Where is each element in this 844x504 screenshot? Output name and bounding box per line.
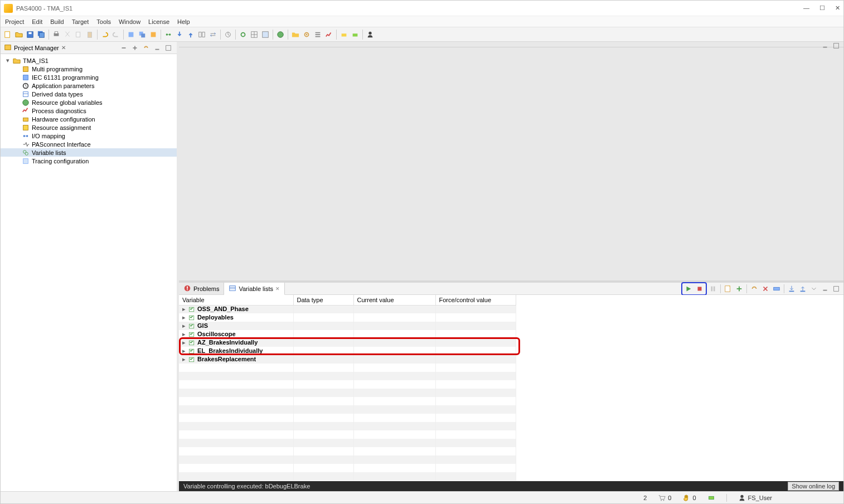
play-icon[interactable] bbox=[683, 284, 693, 294]
tree-item[interactable]: PASconnect Interface bbox=[1, 140, 177, 148]
table-row[interactable]: ▸ BrakesReplacement bbox=[179, 355, 516, 364]
build-all-icon[interactable] bbox=[137, 30, 147, 40]
copy-icon[interactable] bbox=[74, 30, 84, 40]
col-current[interactable]: Current value bbox=[353, 295, 435, 305]
new-list-icon[interactable] bbox=[723, 284, 733, 294]
view-close-icon[interactable]: ✕ bbox=[61, 45, 66, 51]
tree-item[interactable]: Tracing configuration bbox=[1, 157, 177, 165]
chart-icon[interactable] bbox=[324, 30, 334, 40]
editor-minimize-icon[interactable] bbox=[820, 41, 830, 51]
expand-all-icon[interactable] bbox=[130, 43, 140, 53]
close-button[interactable]: ✕ bbox=[835, 4, 840, 12]
stop-icon[interactable] bbox=[695, 284, 705, 294]
toggle-icon[interactable] bbox=[772, 284, 782, 294]
table-row[interactable]: ▸ Oscilloscope bbox=[179, 330, 516, 338]
grid1-icon[interactable] bbox=[249, 30, 259, 40]
upload-icon[interactable] bbox=[186, 30, 196, 40]
tree-item[interactable]: IEC 61131 programming bbox=[1, 73, 177, 81]
tree-item[interactable]: Derived data types bbox=[1, 90, 177, 98]
expand-icon[interactable]: ▸ bbox=[181, 306, 187, 313]
tab-problems[interactable]: Problems bbox=[179, 283, 224, 294]
download-icon[interactable] bbox=[174, 30, 185, 40]
expand-icon[interactable]: ▸ bbox=[181, 356, 187, 363]
diag2-icon[interactable] bbox=[350, 30, 360, 40]
tree-item[interactable]: Process diagnostics bbox=[1, 106, 177, 115]
expand-icon[interactable]: ▸ bbox=[181, 322, 187, 329]
tree-root[interactable]: ▾ TMA_IS1 bbox=[1, 56, 177, 65]
table-row[interactable]: ▸ EL_BrakesIndividually bbox=[179, 347, 516, 355]
link-icon[interactable] bbox=[141, 43, 151, 53]
save-icon[interactable] bbox=[25, 30, 35, 40]
redo-icon[interactable] bbox=[111, 30, 121, 40]
tab-close-icon[interactable]: ✕ bbox=[275, 286, 280, 292]
expand-icon[interactable]: ▸ bbox=[181, 347, 187, 355]
table-row[interactable]: ▸ GIS bbox=[179, 322, 516, 330]
user-icon[interactable] bbox=[365, 30, 375, 40]
table-row[interactable]: ▸ AZ_BrakesInvidually bbox=[179, 338, 516, 347]
menu-target[interactable]: Target bbox=[72, 18, 89, 25]
globe-icon[interactable] bbox=[275, 30, 285, 40]
menu-help[interactable]: Help bbox=[177, 18, 190, 25]
compare-icon[interactable] bbox=[197, 30, 207, 40]
tree-item[interactable]: Application parameters bbox=[1, 81, 177, 90]
menu-license[interactable]: License bbox=[148, 18, 169, 25]
undo-icon[interactable] bbox=[100, 30, 110, 40]
menu-build[interactable]: Build bbox=[50, 18, 64, 25]
table-row[interactable]: ▸ OSS_AND_Phase bbox=[179, 305, 516, 313]
expand-icon[interactable]: ▸ bbox=[181, 331, 187, 338]
maximize-button[interactable]: ☐ bbox=[819, 4, 825, 12]
diag1-icon[interactable] bbox=[339, 30, 349, 40]
tree-item[interactable]: Hardware configuration bbox=[1, 115, 177, 123]
print-icon[interactable] bbox=[51, 30, 61, 40]
refresh-icon[interactable] bbox=[238, 30, 248, 40]
tree-item[interactable]: Resource assignment bbox=[1, 123, 177, 132]
svg-rect-62 bbox=[190, 316, 194, 320]
tree-item[interactable]: I/O mapping bbox=[1, 132, 177, 140]
tree-item[interactable]: Multi programming bbox=[1, 65, 177, 73]
transfer-icon[interactable] bbox=[208, 30, 218, 40]
menu-project[interactable]: Project bbox=[5, 18, 24, 25]
rebuild-icon[interactable] bbox=[148, 30, 158, 40]
col-datatype[interactable]: Data type bbox=[293, 295, 353, 305]
tree-item[interactable]: Resource global variables bbox=[1, 98, 177, 106]
export-icon[interactable] bbox=[798, 284, 808, 294]
clear-icon[interactable] bbox=[760, 284, 770, 294]
minimize-view-icon[interactable] bbox=[152, 43, 162, 53]
connect-icon[interactable] bbox=[163, 30, 173, 40]
tree-item[interactable]: Variable lists bbox=[1, 148, 177, 157]
menu-edit[interactable]: Edit bbox=[32, 18, 42, 25]
save-all-icon[interactable] bbox=[36, 30, 46, 40]
view-minimize-icon[interactable] bbox=[820, 284, 830, 294]
tab-variable-lists[interactable]: Variable lists ✕ bbox=[224, 283, 285, 295]
varlist-table-area[interactable]: Variable Data type Current value Force/c… bbox=[179, 295, 843, 481]
scan-icon[interactable] bbox=[223, 30, 233, 40]
maximize-view-icon[interactable] bbox=[163, 43, 173, 53]
editor-maximize-icon[interactable] bbox=[831, 41, 841, 51]
col-variable[interactable]: Variable bbox=[179, 295, 293, 305]
gear-icon[interactable] bbox=[302, 30, 312, 40]
grid2-icon[interactable] bbox=[260, 30, 270, 40]
menu-window[interactable]: Window bbox=[119, 18, 140, 25]
view-maximize-icon[interactable] bbox=[831, 284, 841, 294]
expand-icon[interactable]: ▸ bbox=[181, 314, 187, 321]
paste-icon[interactable] bbox=[85, 30, 95, 40]
expand-icon[interactable]: ▸ bbox=[181, 339, 187, 346]
menu-tools[interactable]: Tools bbox=[96, 18, 111, 25]
pause-icon[interactable] bbox=[708, 284, 718, 294]
new-icon[interactable] bbox=[3, 30, 13, 40]
minimize-button[interactable]: — bbox=[803, 4, 809, 12]
refresh2-icon[interactable] bbox=[749, 284, 759, 294]
table-row[interactable]: ▸ Deployables bbox=[179, 313, 516, 322]
show-online-log-button[interactable]: Show online log bbox=[788, 482, 839, 491]
collapse-all-icon[interactable] bbox=[119, 43, 129, 53]
project-tree[interactable]: ▾ TMA_IS1 Multi programmingIEC 61131 pro… bbox=[1, 54, 177, 491]
list-icon[interactable] bbox=[313, 30, 323, 40]
cut-icon[interactable] bbox=[62, 30, 72, 40]
folder-icon[interactable] bbox=[290, 30, 300, 40]
add-icon[interactable] bbox=[734, 284, 744, 294]
build-icon[interactable] bbox=[126, 30, 136, 40]
col-force[interactable]: Force/control value bbox=[435, 295, 516, 305]
menu-dropdown-icon[interactable] bbox=[809, 284, 819, 294]
open-icon[interactable] bbox=[14, 30, 24, 40]
import-icon[interactable] bbox=[787, 284, 797, 294]
